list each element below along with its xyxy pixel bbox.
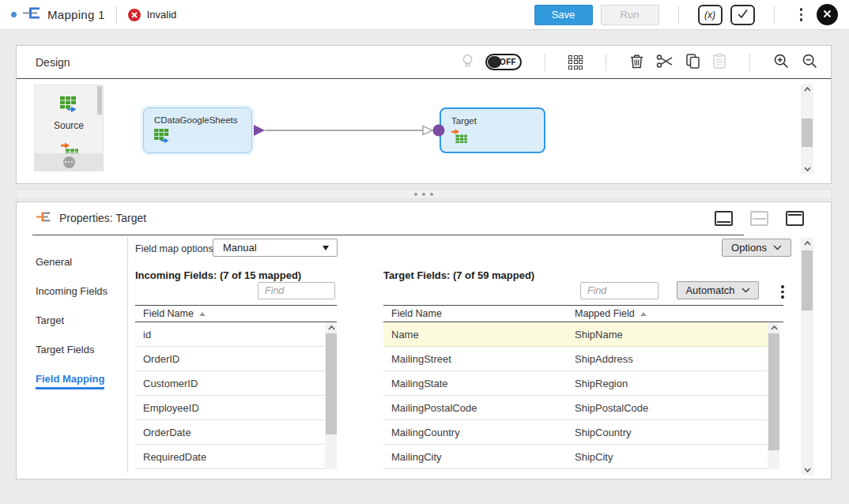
- scrollbar-thumb[interactable]: [768, 333, 779, 450]
- divider: [678, 6, 679, 24]
- divider: [127, 237, 128, 472]
- tab-target-fields[interactable]: Target Fields: [36, 344, 94, 360]
- field-name-cell: MailingStreet: [383, 353, 575, 365]
- design-panel-title: Design: [36, 56, 70, 69]
- zoom-in-button[interactable]: [773, 53, 790, 72]
- run-button[interactable]: Run: [601, 5, 659, 25]
- scroll-up-icon[interactable]: [801, 238, 813, 248]
- incoming-field-row[interactable]: OrderDate: [135, 420, 325, 445]
- divider: [116, 6, 117, 24]
- canvas-scrollbar[interactable]: [801, 84, 813, 174]
- mapped-field-cell: ShipRegion: [575, 378, 628, 389]
- target-col-mapped-field[interactable]: Mapped Field: [575, 308, 635, 319]
- scroll-up-icon[interactable]: [768, 322, 780, 333]
- cut-button[interactable]: [656, 54, 674, 71]
- palette-more-button[interactable]: [63, 156, 75, 168]
- mapping-title: Mapping 1: [47, 8, 105, 21]
- incoming-fields-table: id OrderID CustomerID EmployeeID OrderDa…: [135, 322, 325, 469]
- divider: [545, 54, 545, 71]
- scrollbar-thumb[interactable]: [802, 250, 813, 310]
- target-field-row[interactable]: MailingStreet ShipAddress: [383, 347, 768, 371]
- mapped-field-cell: ShipName: [575, 329, 623, 340]
- field-name-cell: OrderDate: [135, 427, 191, 438]
- divider: [774, 6, 775, 24]
- scroll-down-icon[interactable]: [801, 164, 813, 174]
- palette-item-source[interactable]: Source: [35, 96, 103, 131]
- target-field-row-selected[interactable]: Name ShipName: [383, 322, 768, 347]
- transformation-palette-icon[interactable]: [568, 55, 583, 70]
- close-button[interactable]: [817, 4, 838, 25]
- design-toolbar: OFF: [462, 53, 818, 72]
- target-find-input[interactable]: [580, 282, 658, 299]
- incoming-find-input[interactable]: [258, 282, 335, 299]
- more-actions-button[interactable]: [794, 5, 809, 24]
- delete-button[interactable]: [629, 53, 644, 72]
- target-fields-title: Target Fields: (7 of 59 mapped): [383, 269, 534, 281]
- target-fields-menu-button[interactable]: [775, 282, 791, 302]
- incoming-field-row[interactable]: OrderID: [135, 347, 325, 371]
- recommendations-bulb-icon[interactable]: [462, 54, 474, 70]
- target-field-row[interactable]: MailingState ShipRegion: [383, 371, 768, 396]
- target-fields-table: Name ShipName MailingStreet ShipAddress …: [383, 322, 768, 469]
- close-icon: [823, 9, 832, 21]
- scrollbar-thumb[interactable]: [802, 118, 813, 147]
- dropdown-caret-icon: [323, 246, 329, 250]
- mapping-canvas[interactable]: Source CDataGoogleSheets: [17, 79, 831, 183]
- source-node[interactable]: CDataGoogleSheets: [143, 107, 252, 153]
- target-field-row[interactable]: MailingCountry ShipCountry: [383, 420, 768, 445]
- properties-scrollbar[interactable]: [801, 238, 813, 475]
- target-col-field-name[interactable]: Field Name: [383, 308, 575, 319]
- automatch-button[interactable]: Automatch: [677, 281, 759, 299]
- target-node-label: Target: [451, 116, 544, 126]
- off-toggle[interactable]: OFF: [485, 54, 522, 70]
- scrollbar-thumb[interactable]: [326, 333, 337, 434]
- target-table-scrollbar[interactable]: [768, 322, 779, 469]
- incoming-field-row[interactable]: EmployeeID: [135, 396, 325, 420]
- expression-validation-button[interactable]: (x): [698, 5, 723, 25]
- invalid-icon: [128, 9, 141, 21]
- zoom-out-button[interactable]: [802, 53, 818, 72]
- options-button[interactable]: Options: [722, 239, 791, 257]
- split-view-icon[interactable]: [750, 211, 768, 226]
- divider: [606, 54, 606, 71]
- toggle-label: OFF: [500, 58, 516, 66]
- target-table-icon: [451, 129, 467, 146]
- target-field-row[interactable]: MailingCity ShipCity: [383, 445, 768, 469]
- field-name-cell: EmployeeID: [135, 402, 199, 414]
- output-port-arrow: [254, 125, 265, 136]
- zoom-in-icon: [773, 53, 790, 72]
- incoming-table-header[interactable]: Field Name: [135, 305, 337, 322]
- tab-general[interactable]: General: [36, 256, 72, 273]
- scroll-down-icon[interactable]: [801, 465, 813, 475]
- scroll-up-icon[interactable]: [325, 322, 338, 333]
- target-table-header[interactable]: Field Name Mapped Field: [383, 305, 783, 322]
- tab-field-mapping[interactable]: Field Mapping: [36, 373, 104, 389]
- validate-button[interactable]: [730, 5, 755, 25]
- copy-button[interactable]: [685, 53, 700, 72]
- palette-scrollbar[interactable]: [97, 86, 102, 115]
- field-name-cell: MailingState: [383, 378, 575, 389]
- dock-bottom-icon[interactable]: [715, 211, 733, 226]
- tab-target[interactable]: Target: [36, 314, 64, 331]
- panel-splitter-handle[interactable]: [16, 189, 832, 199]
- incoming-table-scrollbar[interactable]: [325, 322, 337, 469]
- save-button[interactable]: Save: [534, 5, 593, 25]
- field-name-cell: RequiredDate: [135, 451, 206, 463]
- incoming-col-field-name[interactable]: Field Name: [135, 308, 194, 319]
- scroll-up-icon[interactable]: [801, 84, 813, 94]
- field-name-cell: CustomerID: [135, 378, 198, 389]
- field-map-options-select[interactable]: Manual: [213, 239, 338, 257]
- incoming-field-row[interactable]: RequiredDate: [135, 445, 325, 469]
- tab-incoming-fields[interactable]: Incoming Fields: [36, 285, 108, 302]
- incoming-field-row[interactable]: id: [135, 322, 325, 347]
- mapped-field-cell: ShipAddress: [575, 353, 633, 365]
- top-bar-actions: Save Run (x): [534, 4, 839, 25]
- maximize-panel-icon[interactable]: [786, 211, 804, 226]
- paste-button[interactable]: [712, 53, 726, 72]
- target-field-row[interactable]: MailingPostalCode ShipPostalCode: [383, 396, 768, 420]
- target-node[interactable]: Target: [440, 107, 545, 153]
- incoming-field-row[interactable]: CustomerID: [135, 371, 325, 396]
- mapped-field-cell: ShipPostalCode: [575, 402, 648, 414]
- field-name-cell: Name: [383, 329, 575, 340]
- grid-icon: [568, 55, 583, 70]
